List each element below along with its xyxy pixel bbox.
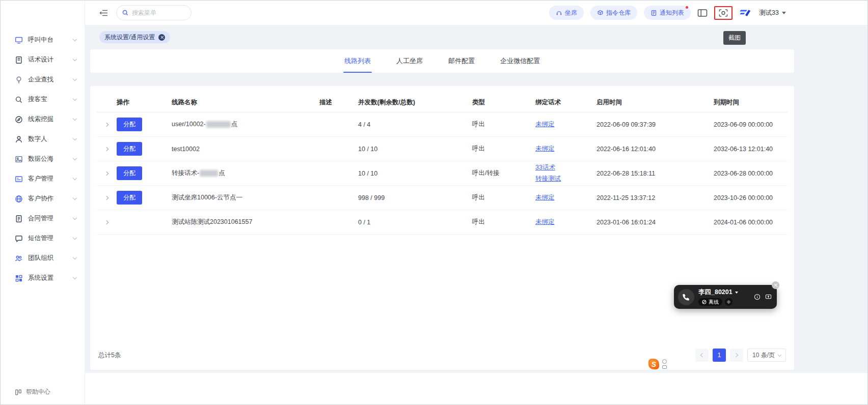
command-warehouse-button[interactable]: 指令仓库 — [590, 6, 637, 20]
message-icon — [15, 235, 23, 243]
sidebar-item-customer-management[interactable]: 客户管理 — [1, 169, 85, 189]
close-icon[interactable] — [772, 281, 779, 289]
tab-email-config[interactable]: 邮件配置 — [447, 49, 476, 73]
tab-wecom-config[interactable]: 企业微信配置 — [499, 49, 541, 73]
chevron-down-icon — [73, 255, 77, 259]
script-link[interactable]: 未绑定 — [535, 119, 555, 130]
content-area: 线路列表 人工坐席 邮件配置 企业微信配置 操作 线路名称 描述 并发数(剩余数… — [85, 49, 867, 373]
screen-share-icon[interactable] — [765, 294, 772, 300]
ime-keyboard-icon[interactable] — [662, 365, 667, 369]
enable-time: 2022-06-28 15:18:11 — [596, 170, 714, 177]
screenshot-button[interactable] — [718, 9, 728, 17]
headset-icon — [556, 10, 562, 16]
seat-label: 坐席 — [565, 9, 577, 17]
breadcrumb-tag[interactable]: 系统设置/通用设置 — [99, 31, 170, 43]
page-number-button[interactable]: 1 — [713, 349, 726, 362]
menu-search-box[interactable] — [116, 5, 192, 20]
sidebar-item-call-center[interactable]: 呼叫中台 — [1, 30, 85, 50]
menu-search-input[interactable] — [132, 9, 186, 16]
sidebar-item-sms-management[interactable]: 短信管理 — [1, 228, 85, 248]
expand-row-button[interactable] — [96, 172, 117, 175]
sidebar-item-script-design[interactable]: 话术设计 — [1, 50, 85, 70]
seat-button[interactable]: 坐席 — [549, 6, 584, 20]
line-table-card: 操作 线路名称 描述 并发数(剩余数/总数) 类型 绑定话术 启用时间 到期时间… — [90, 86, 794, 370]
ime-mode-icon[interactable] — [662, 359, 667, 364]
script-link[interactable]: 未绑定 — [535, 192, 555, 203]
assign-button[interactable]: 分配 — [117, 166, 142, 180]
line-type: 呼出 — [472, 144, 535, 153]
line-name: user/10002-点 — [172, 120, 319, 129]
chevron-right-icon — [104, 122, 108, 126]
chevron-left-icon — [700, 353, 704, 357]
status-badge[interactable]: 离线 — [698, 298, 722, 306]
chevron-down-icon — [73, 97, 77, 101]
expire-time: 2023-06-28 00:00:00 — [714, 170, 788, 177]
enable-time: 2022-11-25 13:37:12 — [596, 194, 714, 201]
sidebar-item-label: 团队组织 — [28, 254, 73, 263]
script-link[interactable]: 转接测试 — [535, 173, 561, 184]
sidebar: 呼叫中台 话术设计 企业查找 搜客宝 线索挖掘 数字人 — [1, 1, 85, 404]
pagination: 1 10 条/页 — [695, 349, 786, 362]
info-icon[interactable] — [754, 294, 761, 300]
table-row: 分配 test10002 10 / 10 呼出 未绑定 2022-06-16 1… — [96, 137, 788, 161]
chevron-down-icon — [73, 196, 77, 200]
close-icon[interactable] — [158, 34, 165, 41]
enable-time: 2022-06-16 12:01:40 — [596, 146, 714, 153]
table-row: 分配 测试坐席10006-云节点一 998 / 999 呼出 未绑定 2022-… — [96, 186, 788, 210]
expand-row-button[interactable] — [96, 148, 117, 151]
next-page-button[interactable] — [730, 349, 743, 362]
agent-phone-widget[interactable]: 李四_80201 离线 — [674, 285, 777, 309]
notification-list-button[interactable]: 通知列表 — [644, 6, 691, 20]
notification-doc-icon — [650, 10, 657, 16]
monitor-icon — [15, 36, 23, 44]
script-link[interactable]: 33话术 — [535, 162, 555, 173]
expand-row-button[interactable] — [96, 196, 117, 199]
chevron-down-icon — [73, 176, 77, 180]
assign-button[interactable]: 分配 — [117, 142, 142, 156]
sidebar-item-system-settings[interactable]: 系统设置 — [1, 268, 85, 288]
sidebar-item-data-pool[interactable]: 数据公海 — [1, 149, 85, 169]
col-header-description: 描述 — [319, 98, 358, 107]
ime-logo-icon[interactable]: S — [648, 359, 659, 369]
sidebar-item-team-organization[interactable]: 团队组织 — [1, 248, 85, 268]
ime-toolbar: S — [648, 359, 667, 369]
script-link[interactable]: 未绑定 — [535, 143, 555, 154]
search-icon — [122, 9, 129, 16]
collapse-menu-button[interactable] — [99, 9, 108, 17]
sidebar-item-enterprise-search[interactable]: 企业查找 — [1, 70, 85, 90]
tab-manual-seat[interactable]: 人工坐席 — [395, 49, 424, 73]
prev-page-button[interactable] — [695, 349, 709, 362]
table-row: 测试站陈测试202301061557 0 / 1 呼出 未绑定 2023-01-… — [96, 210, 788, 235]
sidebar-item-label: 系统设置 — [28, 274, 73, 282]
script-link[interactable]: 未绑定 — [535, 217, 555, 227]
page-size-select[interactable]: 10 条/页 — [747, 349, 786, 362]
assign-button[interactable]: 分配 — [117, 118, 142, 131]
user-menu[interactable]: 测试33 — [759, 9, 786, 17]
panel-window-button[interactable] — [697, 9, 708, 17]
line-type: 呼出 — [472, 218, 535, 226]
breadcrumb-tag-label: 系统设置/通用设置 — [104, 33, 155, 42]
expand-row-button[interactable] — [96, 123, 117, 126]
redacted-text — [200, 170, 218, 177]
expand-row-button[interactable] — [96, 221, 117, 224]
sidebar-item-contract-management[interactable]: 合同管理 — [1, 209, 85, 228]
sidebar-item-digital-human[interactable]: 数字人 — [1, 129, 85, 149]
globe-icon — [15, 195, 23, 203]
tab-line-list[interactable]: 线路列表 — [343, 49, 372, 73]
help-center-link[interactable]: 帮助中心 — [1, 381, 85, 404]
chevron-down-icon — [73, 216, 77, 220]
col-header-expire-time: 到期时间 — [714, 98, 788, 107]
agent-settings-button[interactable] — [725, 298, 733, 306]
phone-call-button[interactable] — [678, 289, 694, 305]
tab-label: 人工坐席 — [396, 56, 423, 66]
sidebar-item-lead-mining[interactable]: 线索挖掘 — [1, 109, 85, 129]
sidebar-item-souke-bao[interactable]: 搜客宝 — [1, 90, 85, 109]
agent-name-dropdown[interactable]: 李四_80201 — [698, 288, 751, 297]
sidebar-item-customer-collaboration[interactable]: 客户协作 — [1, 189, 85, 209]
line-name: 测试站陈测试202301061557 — [172, 218, 319, 226]
sidebar-item-label: 合同管理 — [28, 214, 73, 223]
screenshot-tooltip: 截图 — [723, 31, 746, 45]
topbar-actions: 坐席 指令仓库 通知列表 — [549, 6, 786, 20]
assign-button[interactable]: 分配 — [117, 191, 142, 205]
line-table: 操作 线路名称 描述 并发数(剩余数/总数) 类型 绑定话术 启用时间 到期时间… — [96, 93, 788, 235]
